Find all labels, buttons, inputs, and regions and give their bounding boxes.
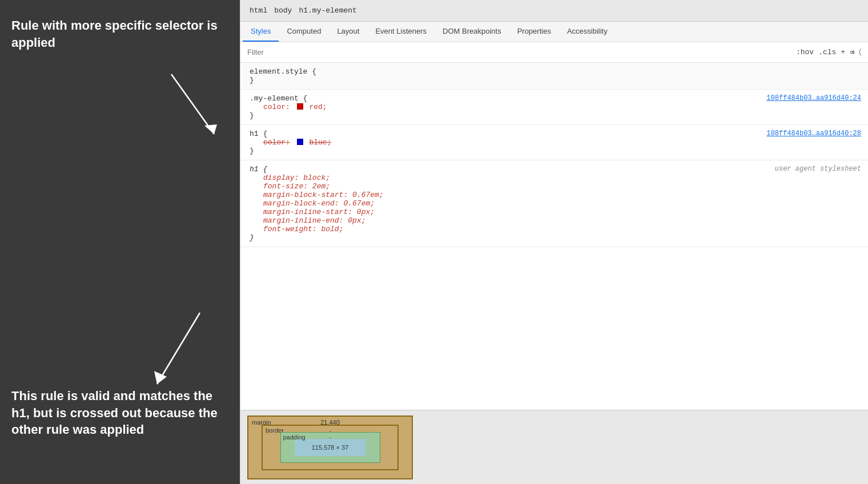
svg-line-0 [171,74,214,134]
rule3-prop-fontsize: font-size: 2em; [250,182,859,191]
collapse-button[interactable]: 〈 [859,48,861,57]
element-style-selector: element.style { [250,67,859,76]
rule3-prop-mbs-name: margin-block-start: [263,191,348,199]
box-model-padding: padding - 115.578 × 37 [280,432,380,463]
element-style-closing: } [250,76,859,84]
tab-event-listeners[interactable]: Event Listeners [367,22,435,42]
filter-input[interactable] [247,48,796,57]
svg-marker-3 [154,371,167,384]
rule3-prop-fw-value: bold; [321,225,343,233]
box-model-border: border - padding - 115.578 × 37 [262,425,399,470]
breadcrumb-body[interactable]: body [274,6,292,15]
rule2-prop-name: color: [263,138,290,147]
element-style-selector-text: element.style { [250,67,316,76]
rule3-prop-mbe-name: margin-block-end: [263,199,339,208]
tab-dom-breakpoints[interactable]: DOM Breakpoints [435,22,509,42]
hov-button[interactable]: :hov [796,48,814,57]
rule3-prop-mbs-value: 0.67em; [352,191,384,199]
devtools-panel: html body h1.my-element Styles Computed … [240,0,868,484]
rule2-closing: } [250,147,859,155]
element-style-close-brace: } [250,76,254,84]
box-model-content: 115.578 × 37 [295,439,366,456]
rule1-closing: } [250,111,859,120]
breadcrumb: html body h1.my-element [240,0,868,22]
rule2-close-brace: } [250,147,254,155]
rule2-prop-value: blue; [309,138,331,147]
rule-my-element: 108ff484b03…aa916d40:24 .my-element { co… [240,90,868,125]
rule1-source[interactable]: 108ff484b03…aa916d40:24 [766,94,861,102]
tabs-bar: Styles Computed Layout Event Listeners D… [240,22,868,42]
rule3-prop-mbe: margin-block-end: 0.67em; [250,199,859,208]
rule2-color-swatch[interactable] [297,139,303,145]
rule3-prop-display-value: block; [303,174,330,182]
rule3-selector: h1 { [250,165,267,174]
add-rule-button[interactable]: + [841,48,845,57]
rule1-close-brace: } [250,111,254,120]
bottom-arrow-icon [143,307,211,393]
rule3-prop-mis: margin-inline-start: 0px; [250,208,859,216]
rule1-selector: .my-element { [250,94,307,103]
rule-h1-useragent: user agent stylesheet h1 { display: bloc… [240,160,868,247]
svg-marker-1 [204,124,217,134]
rule3-prop-display-name: display: [263,174,299,182]
svg-line-2 [157,313,200,384]
top-arrow-icon [160,68,223,143]
padding-label: padding [283,434,306,441]
rule1-prop-name: color: [263,103,290,111]
tab-accessibility[interactable]: Accessibility [559,22,616,42]
rule2-source[interactable]: 108ff484b03…aa916d40:28 [766,130,861,138]
content-value: 115.578 × 37 [312,444,349,451]
box-model-area: margin 21.440 border - padding - 115.578… [240,410,868,484]
rule3-closing: } [250,233,859,242]
rule3-close-brace: } [250,233,254,242]
tab-computed[interactable]: Computed [279,22,329,42]
padding-value: - [329,434,331,441]
rule3-source: user agent stylesheet [775,165,861,173]
rule3-prop-fw-name: font-weight: [263,225,317,233]
rule3-prop-mis-value: 0px; [357,208,375,216]
top-annotation-text: Rule with more specific selector is appl… [11,17,228,51]
rule-h1-strikethrough: 108ff484b03…aa916d40:28 h1 { color: blue… [240,125,868,160]
rule2-selector: h1 { [250,130,267,138]
rule3-selector-line: h1 { [250,165,859,174]
bottom-annotation-text: This rule is valid and matches the h1, b… [11,388,228,438]
tab-layout[interactable]: Layout [329,22,367,42]
rule3-prop-fontsize-value: 2em; [312,182,330,191]
rules-area: element.style { } 108ff484b03…aa916d40:2… [240,63,868,410]
cls-button[interactable]: .cls [818,48,836,57]
element-style-block: element.style { } [240,63,868,90]
rule3-prop-mbe-value: 0.67em; [343,199,375,208]
box-model-margin: margin 21.440 border - padding - 115.578… [247,416,413,479]
rule2-property-line: color: blue; [250,138,859,147]
tab-styles[interactable]: Styles [243,22,279,42]
filter-actions: :hov .cls + ⌫ 〈 [796,48,861,57]
page-style-button[interactable]: ⌫ [850,48,854,57]
tab-properties[interactable]: Properties [509,22,559,42]
rule3-prop-mbs: margin-block-start: 0.67em; [250,191,859,199]
rule1-color-swatch-space [297,103,310,111]
rule1-color-swatch[interactable] [297,103,303,110]
rule3-prop-display: display: block; [250,174,859,182]
rule3-prop-fontsize-name: font-size: [263,182,308,191]
rule3-prop-mie-value: 0px; [348,216,365,225]
breadcrumb-html[interactable]: html [250,6,267,15]
filter-bar: :hov .cls + ⌫ 〈 [240,42,868,63]
rule1-property-line: color: red; [250,103,859,111]
annotation-panel: Rule with more specific selector is appl… [0,0,240,484]
rule3-prop-mie: margin-inline-end: 0px; [250,216,859,225]
rule3-prop-mis-name: margin-inline-start: [263,208,352,216]
breadcrumb-h1[interactable]: h1.my-element [299,6,356,15]
rule3-prop-fw: font-weight: bold; [250,225,859,233]
rule2-swatch-space [297,138,310,147]
rule1-prop-value: red; [309,103,327,111]
rule3-prop-mie-name: margin-inline-end: [263,216,343,225]
